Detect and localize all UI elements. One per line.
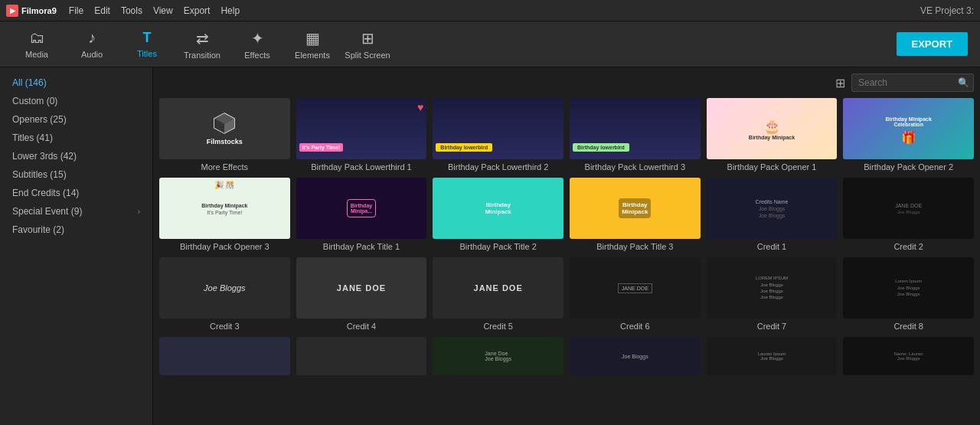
label-credit-3: Credit 3 [159, 322, 290, 331]
lowerthird-banner-3: Birthday lowerbird [573, 143, 629, 152]
menu-tools[interactable]: Tools [121, 5, 142, 16]
toolbar-audio[interactable]: ♪ Audio [67, 25, 116, 64]
grid-row-3: Joe Bloggs Credit 3 JANE DOE Credit 4 JA… [159, 257, 974, 331]
chevron-right-icon: › [138, 208, 140, 216]
thumb-bottom-2 [296, 337, 427, 375]
sidebar-item-custom[interactable]: Custom (0) [0, 92, 152, 110]
content-header: ⊞ 🔍 [159, 74, 974, 92]
toolbar-media[interactable]: 🗂 Media [12, 25, 61, 64]
credit3-text: Joe Bloggs [204, 283, 245, 293]
label-bp-title-3: Birthday Pack Title 3 [570, 242, 701, 251]
opener2-text: Birthday MinipackCelebration [883, 113, 935, 130]
toolbar-transition[interactable]: ⇄ Transition [178, 25, 227, 64]
grid-item-bottom-1[interactable] [159, 337, 290, 375]
grid-item-bottom-4[interactable]: Joe Bloggs [570, 337, 701, 375]
thumb-bp-lowerthird-3: Birthday lowerbird [570, 98, 701, 159]
menu-edit[interactable]: Edit [94, 5, 110, 16]
toolbar: 🗂 Media ♪ Audio T Titles ⇄ Transition ✦ … [0, 21, 980, 67]
grid-item-bp-lowerthird-1[interactable]: ♥ It's Party Time! Birthday Pack Lowerth… [296, 98, 427, 172]
menu-items: File Edit Tools View Export Help [69, 5, 240, 16]
grid-item-credit-2[interactable]: JANE DOE Joe Bloggs Credit 2 [843, 178, 974, 251]
grid-row-2: Birthday Minipack It's Party Time! 🎉🎊 Bi… [159, 178, 974, 251]
grid-view-icon[interactable]: ⊞ [835, 76, 845, 90]
thumb-bottom-1 [159, 337, 290, 375]
thumb-credit-3: Joe Bloggs [159, 257, 290, 319]
sidebar-item-end-credits[interactable]: End Credits (14) [0, 184, 152, 202]
grid-item-bp-lowerthird-2[interactable]: Birthday lowerbird Birthday Pack Lowerth… [433, 98, 564, 172]
grid-item-bottom-3[interactable]: Jane DoeJoe Bloggs [433, 337, 564, 375]
thumb-more-effects: Filmstocks [159, 98, 290, 159]
grid-row-1: Filmstocks More Effects ♥ It's Party Tim… [159, 98, 974, 172]
grid-item-bp-title-3[interactable]: BirthdayMinipack Birthday Pack Title 3 [570, 178, 701, 251]
transition-label: Transition [184, 51, 220, 60]
grid-item-bottom-5[interactable]: Lauren IpsumJoe Bloggs [707, 337, 838, 375]
toolbar-titles[interactable]: T Titles [122, 25, 172, 64]
app-name: Filmora9 [21, 6, 57, 15]
thumb-bp-title-2: BirthdayMinipack [433, 178, 564, 239]
app-logo: ▶ Filmora9 [6, 5, 57, 17]
sidebar-item-special-event[interactable]: Special Event (9) › [0, 202, 152, 221]
menu-file[interactable]: File [69, 5, 83, 16]
grid-item-credit-1[interactable]: Credits Name Joe Bloggs Joe Bloggs Credi… [707, 178, 838, 251]
audio-icon: ♪ [88, 29, 96, 47]
label-bp-opener-1: Birthday Pack Opener 1 [707, 162, 838, 172]
thumb-bottom-5: Lauren IpsumJoe Bloggs [707, 337, 838, 375]
grid-item-bp-title-1[interactable]: BirthdayMinipa... Birthday Pack Title 1 [296, 178, 427, 251]
media-label: Media [25, 50, 48, 59]
menu-export[interactable]: Export [184, 5, 211, 16]
label-credit-5: Credit 5 [433, 322, 564, 331]
thumb-credit-1: Credits Name Joe Bloggs Joe Bloggs [707, 178, 838, 239]
logo-icon: ▶ [6, 5, 18, 17]
sidebar-item-favourite[interactable]: Favourite (2) [0, 221, 152, 239]
menu-help[interactable]: Help [220, 5, 240, 16]
grid-item-bp-opener-2[interactable]: Birthday MinipackCelebration 🎁 Birthday … [843, 98, 974, 172]
content-area: ⊞ 🔍 Filmstocks [153, 67, 980, 425]
toolbar-split-screen[interactable]: ⊞ Split Screen [343, 25, 392, 64]
grid-item-bp-lowerthird-3[interactable]: Birthday lowerbird Birthday Pack Lowerth… [570, 98, 701, 172]
toolbar-elements[interactable]: ▦ Elements [288, 25, 337, 64]
grid-item-more-effects[interactable]: Filmstocks More Effects [159, 98, 290, 172]
search-box: 🔍 [851, 74, 974, 92]
grid-item-bp-opener-3[interactable]: Birthday Minipack It's Party Time! 🎉🎊 Bi… [159, 178, 290, 251]
sidebar-item-subtitles[interactable]: Subtitles (15) [0, 165, 152, 184]
credit6-text: JANE DOE [618, 283, 652, 293]
export-button[interactable]: EXPORT [897, 32, 968, 56]
label-more-effects: More Effects [159, 162, 290, 172]
grid-item-credit-4[interactable]: JANE DOE Credit 4 [296, 257, 427, 331]
label-bp-title-2: Birthday Pack Title 2 [433, 242, 564, 251]
sidebar-item-openers[interactable]: Openers (25) [0, 110, 152, 129]
sidebar-item-lower3rds[interactable]: Lower 3rds (42) [0, 147, 152, 165]
thumb-bp-title-3: BirthdayMinipack [570, 178, 701, 239]
grid-item-bp-opener-1[interactable]: 🎂 Birthday Minipack Birthday Pack Opener… [707, 98, 838, 172]
thumb-bp-title-1: BirthdayMinipa... [296, 178, 427, 239]
grid-item-credit-3[interactable]: Joe Bloggs Credit 3 [159, 257, 290, 331]
main-area: All (146) Custom (0) Openers (25) Titles… [0, 67, 980, 425]
label-bp-lowerthird-1: Birthday Pack Lowerthird 1 [296, 162, 427, 172]
grid-item-credit-5[interactable]: JANE DOE Credit 5 [433, 257, 564, 331]
grid-item-credit-6[interactable]: JANE DOE Credit 6 [570, 257, 701, 331]
thumb-credit-4: JANE DOE [296, 257, 427, 319]
label-credit-4: Credit 4 [296, 322, 427, 331]
grid-item-bottom-6[interactable]: Name: LaurenJoe Bloggs [843, 337, 974, 375]
filmstocks-cube-icon [213, 112, 236, 135]
split-screen-label: Split Screen [345, 51, 390, 60]
label-bp-title-1: Birthday Pack Title 1 [296, 242, 427, 251]
grid-item-bottom-2[interactable] [296, 337, 427, 375]
thumb-credit-2: JANE DOE Joe Bloggs [843, 178, 974, 239]
thumb-bp-opener-1: 🎂 Birthday Minipack [707, 98, 838, 159]
title3-text: BirthdayMinipack [619, 198, 651, 218]
sidebar-item-titles[interactable]: Titles (41) [0, 129, 152, 147]
thumb-bottom-6: Name: LaurenJoe Bloggs [843, 337, 974, 375]
search-input[interactable] [858, 77, 958, 88]
sidebar-item-all[interactable]: All (146) [0, 74, 152, 92]
thumb-credit-5: JANE DOE [433, 257, 564, 319]
grid-item-bp-title-2[interactable]: BirthdayMinipack Birthday Pack Title 2 [433, 178, 564, 251]
label-credit-1: Credit 1 [707, 242, 838, 251]
toolbar-effects[interactable]: ✦ Effects [233, 25, 282, 64]
grid-item-credit-8[interactable]: Lorem IpsumJoe BloggsJoe Bloggs Credit 8 [843, 257, 974, 331]
label-credit-2: Credit 2 [843, 242, 974, 251]
thumb-credit-6: JANE DOE [570, 257, 701, 319]
heart-icon: ♥ [417, 101, 423, 113]
grid-item-credit-7[interactable]: LOREM IPSUMJoe BloggsJoe BloggsJoe Blogg… [707, 257, 838, 331]
menu-view[interactable]: View [153, 5, 173, 16]
